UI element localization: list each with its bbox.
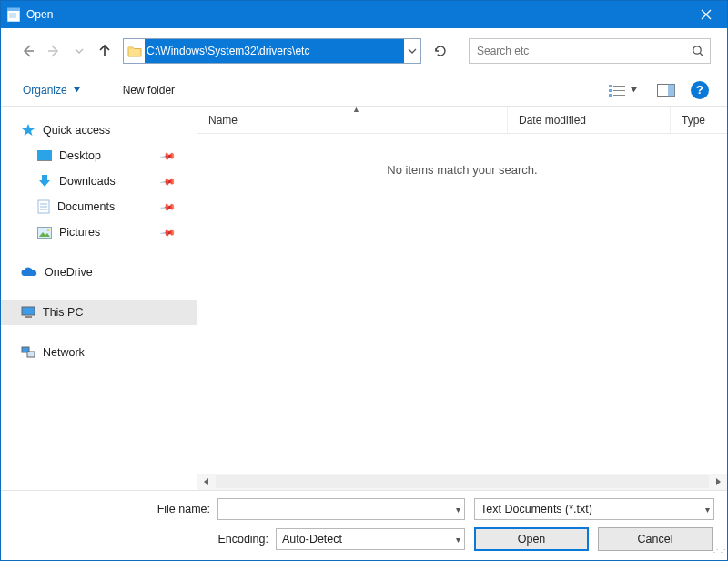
file-type-filter[interactable]: Text Documents (*.txt) ▾ <box>474 498 714 520</box>
filter-value: Text Documents (*.txt) <box>480 503 705 515</box>
scroll-track[interactable] <box>216 475 709 488</box>
svg-marker-25 <box>39 175 50 187</box>
encoding-select[interactable]: Auto-Detect ▾ <box>276 528 465 550</box>
sort-indicator-icon: ▲ <box>352 105 360 114</box>
svg-rect-36 <box>27 352 35 357</box>
svg-rect-15 <box>609 94 612 97</box>
svg-rect-13 <box>609 85 612 87</box>
chevron-down-icon <box>73 86 81 94</box>
pin-icon: 📌 <box>159 173 177 190</box>
svg-point-32 <box>47 229 50 231</box>
navbar: C:\Windows\System32\drivers\etc <box>1 28 727 74</box>
pin-icon: 📌 <box>159 199 177 216</box>
scroll-right-button[interactable] <box>711 474 725 489</box>
scroll-left-button[interactable] <box>199 474 214 489</box>
sidebar-item-network[interactable]: Network <box>1 340 197 365</box>
pin-icon: 📌 <box>159 148 177 165</box>
back-button[interactable] <box>17 40 39 62</box>
svg-marker-19 <box>631 87 637 92</box>
new-folder-button[interactable]: New folder <box>119 80 178 100</box>
encoding-label: Encoding: <box>12 533 276 546</box>
forward-button[interactable] <box>43 40 65 62</box>
pin-icon: 📌 <box>159 224 177 241</box>
file-list-area: ▲ Name Date modified Type No items match… <box>197 107 727 490</box>
svg-rect-23 <box>37 150 52 160</box>
up-button[interactable] <box>94 40 116 62</box>
svg-marker-38 <box>716 478 721 485</box>
network-icon <box>21 346 35 359</box>
svg-marker-12 <box>74 87 80 92</box>
sidebar-item-downloads[interactable]: Downloads 📌 <box>1 168 197 194</box>
refresh-button[interactable] <box>429 38 452 64</box>
sidebar-label: Network <box>43 346 85 359</box>
svg-rect-34 <box>25 316 32 318</box>
preview-pane-icon <box>657 84 675 97</box>
filename-label: File name: <box>12 503 217 515</box>
sidebar-label: This PC <box>43 306 83 319</box>
sidebar-label: OneDrive <box>45 266 93 279</box>
help-button[interactable]: ? <box>691 81 709 99</box>
sidebar-item-pictures[interactable]: Pictures 📌 <box>1 219 197 245</box>
cancel-button[interactable]: Cancel <box>598 527 713 551</box>
address-path[interactable]: C:\Windows\System32\drivers\etc <box>145 39 404 63</box>
sidebar-label: Quick access <box>43 124 110 137</box>
open-dialog: Open C:\Windows\System32\drivers\etc <box>0 0 728 561</box>
this-pc-icon <box>21 306 35 319</box>
desktop-icon <box>37 150 52 161</box>
sidebar-item-desktop[interactable]: Desktop 📌 <box>1 143 197 168</box>
sidebar-item-this-pc[interactable]: This PC <box>1 300 197 325</box>
empty-message: No items match your search. <box>387 163 537 177</box>
address-dropdown[interactable] <box>404 39 420 63</box>
file-list[interactable]: No items match your search. <box>197 134 727 474</box>
column-date-modified[interactable]: Date modified <box>507 107 671 133</box>
search-input[interactable] <box>475 44 692 58</box>
svg-rect-1 <box>7 8 20 11</box>
chevron-down-icon: ▾ <box>705 505 710 515</box>
svg-rect-24 <box>37 160 52 161</box>
sidebar-item-documents[interactable]: Documents 📌 <box>1 194 197 219</box>
sidebar-label: Pictures <box>59 226 100 239</box>
svg-line-11 <box>700 53 703 56</box>
sidebar: Quick access Desktop 📌 Downloads 📌 Docum… <box>1 107 197 490</box>
sidebar-label: Documents <box>57 200 115 213</box>
svg-point-10 <box>693 46 701 54</box>
svg-rect-33 <box>22 307 35 315</box>
recent-dropdown[interactable] <box>68 40 90 62</box>
sidebar-label: Downloads <box>59 175 116 188</box>
bottom-panel: File name: ▾ Text Documents (*.txt) ▾ En… <box>1 490 727 560</box>
close-button[interactable] <box>685 1 727 28</box>
chevron-down-icon <box>630 86 638 94</box>
horizontal-scrollbar[interactable] <box>197 474 727 490</box>
svg-marker-37 <box>204 478 208 485</box>
search-icon <box>692 45 704 57</box>
titlebar: Open <box>1 1 727 28</box>
window-title: Open <box>26 8 685 21</box>
column-headers: ▲ Name Date modified Type <box>197 107 727 134</box>
preview-pane-button[interactable] <box>654 81 678 99</box>
pictures-icon <box>37 227 52 239</box>
search-box[interactable] <box>469 38 711 64</box>
chevron-down-icon: ▾ <box>456 535 460 545</box>
quick-access-icon <box>21 123 35 138</box>
view-icon <box>609 84 625 97</box>
onedrive-icon <box>21 267 37 278</box>
downloads-icon <box>37 174 52 189</box>
address-bar[interactable]: C:\Windows\System32\drivers\etc <box>123 38 421 64</box>
toolbar: Organize New folder ? <box>1 74 727 107</box>
view-options-button[interactable] <box>605 80 642 100</box>
organize-label: Organize <box>23 84 67 97</box>
organize-menu[interactable]: Organize <box>19 80 85 100</box>
svg-rect-14 <box>609 89 612 92</box>
open-button[interactable]: Open <box>474 527 589 551</box>
chevron-down-icon: ▾ <box>456 505 460 515</box>
folder-icon <box>126 45 144 57</box>
filename-input[interactable]: ▾ <box>217 498 465 520</box>
svg-rect-21 <box>668 84 675 96</box>
sidebar-item-onedrive[interactable]: OneDrive <box>1 260 197 285</box>
sidebar-item-quick-access[interactable]: Quick access <box>1 117 197 143</box>
column-type[interactable]: Type <box>671 107 727 133</box>
documents-icon <box>37 199 50 214</box>
dialog-body: Quick access Desktop 📌 Downloads 📌 Docum… <box>1 107 727 490</box>
notepad-icon <box>6 7 21 22</box>
sidebar-label: Desktop <box>59 149 101 162</box>
